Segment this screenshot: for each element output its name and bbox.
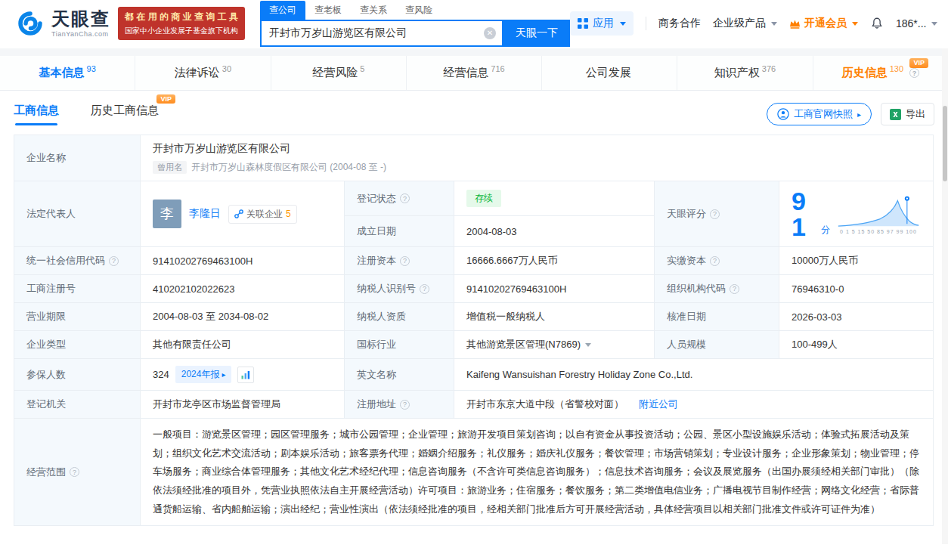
legal-rep-avatar[interactable]: 李 — [153, 200, 181, 228]
snapshot-label: 工商官网快照 — [794, 107, 853, 121]
logo[interactable]: 天眼查 TianYanCha.com — [15, 8, 110, 39]
score-distribution-chart: 0 1 5 15 50 85 97 99 100 — [836, 193, 921, 234]
tab-count: 130 — [890, 64, 903, 73]
table-row: 营业期限 2004-08-03 至 2034-08-02 纳税人资质 增值税一般… — [14, 303, 934, 331]
help-icon[interactable]: ? — [70, 467, 79, 477]
help-icon[interactable]: ? — [420, 284, 429, 294]
field-label: 人员规模 — [655, 331, 779, 359]
notification-bell-icon[interactable] — [870, 17, 884, 30]
field-label: 登记状态? — [345, 181, 454, 216]
tab-company-development[interactable]: 公司发展 — [542, 56, 677, 90]
taxpayer-id-cell: 91410202769463100H — [454, 275, 655, 303]
nearby-companies-link[interactable]: 附近公司 — [639, 398, 678, 411]
annual-report-badge[interactable]: 2024年报▸ — [175, 366, 232, 383]
field-label: 企业名称 — [14, 135, 141, 181]
help-icon[interactable]: ? — [710, 209, 720, 219]
tab-label: 法律诉讼 — [175, 66, 220, 80]
table-row: 经营范围? 一般项目：游览景区管理；园区管理服务；城市公园管理；企业管理；旅游开… — [14, 419, 934, 526]
nav-open-vip[interactable]: 开通会员 — [789, 17, 858, 30]
help-icon[interactable]: ? — [109, 256, 119, 266]
reg-address-cell: 开封市东京大道中段（省警校对面） 附近公司 — [454, 391, 934, 419]
crown-icon — [789, 19, 801, 29]
insured-cell: 324 2024年报▸ — [141, 359, 345, 391]
help-icon[interactable]: ? — [909, 68, 919, 78]
tab-business-info[interactable]: 经营信息716 — [407, 56, 542, 90]
subtab-row: 工商信息 VIP 历史工商信息 工商官网快照 ▸ 导出 — [0, 91, 948, 131]
tab-operation-risk[interactable]: 经营风险5 — [271, 56, 407, 90]
nav-enterprise-products[interactable]: 企业级产品 — [713, 17, 777, 30]
subtab-business-registration[interactable]: 工商信息 — [14, 104, 59, 125]
export-label: 导出 — [906, 107, 925, 121]
related-count: 5 — [286, 209, 291, 219]
scrollbar-thumb[interactable] — [943, 106, 947, 181]
business-scope-cell: 一般项目：游览景区管理；园区管理服务；城市公园管理；企业管理；旅游开发项目策划咨… — [141, 419, 934, 526]
field-label: 国标行业 — [345, 331, 454, 359]
search-tab-company[interactable]: 查公司 — [260, 1, 305, 20]
former-name-badge: 曾用名 — [153, 161, 187, 174]
credit-code-cell: 91410202769463100H — [141, 247, 345, 275]
field-label: 纳税人资质 — [345, 303, 454, 331]
tab-legal-proceedings[interactable]: 法律诉讼30 — [135, 56, 271, 90]
clear-icon[interactable]: ✕ — [484, 27, 496, 39]
company-type-cell: 其他有限责任公司 — [141, 331, 345, 359]
reg-status-cell: 存续 — [454, 181, 655, 216]
company-name-cell: 开封市万岁山游览区有限公司 曾用名 开封市万岁山森林度假区有限公司 (2004-… — [141, 135, 934, 181]
nav-enterprise-label: 企业级产品 — [713, 17, 766, 30]
help-icon[interactable]: ? — [710, 256, 720, 266]
tab-label: 历史信息 — [842, 66, 888, 80]
field-label: 核准日期 — [655, 303, 779, 331]
business-info-table: 企业名称 开封市万岁山游览区有限公司 曾用名 开封市万岁山森林度假区有限公司 (… — [14, 135, 934, 526]
search-input[interactable] — [262, 27, 484, 39]
trend-icon — [241, 370, 250, 379]
tab-history-info[interactable]: VIP 历史信息130 ? — [813, 56, 948, 90]
header-nav: 应用 商务合作 企业级产品 开通会员 186*... — [570, 11, 937, 36]
field-label: 经营范围? — [14, 419, 141, 526]
establish-date-cell: 2004-08-03 — [454, 216, 655, 247]
table-row: 法定代表人 李 李隆日 关联企业 5 登记状态? — [14, 181, 934, 216]
help-icon[interactable]: ? — [400, 193, 410, 203]
score-unit: 分 — [821, 224, 830, 237]
legal-rep-link[interactable]: 李隆日 — [189, 207, 221, 221]
tab-label: 经营信息 — [443, 66, 488, 80]
approval-date-cell: 2026-03-03 — [779, 303, 934, 331]
tab-label: 基本信息 — [39, 66, 85, 80]
tab-intellectual-property[interactable]: 知识产权376 — [677, 56, 813, 90]
field-label: 英文名称 — [345, 359, 454, 391]
reg-authority-cell: 开封市龙亭区市场监督管理局 — [141, 391, 345, 419]
taxpayer-quality-cell: 增值税一般纳税人 — [454, 303, 655, 331]
tab-label: 公司发展 — [586, 66, 631, 80]
chevron-down-icon — [620, 22, 626, 26]
official-snapshot-button[interactable]: 工商官网快照 ▸ — [767, 103, 872, 125]
help-icon[interactable]: ? — [400, 256, 410, 266]
field-label: 法定代表人 — [14, 181, 141, 247]
search-button[interactable]: 天眼一下 — [503, 20, 570, 47]
main-tabbar: 基本信息93 法律诉讼30 经营风险5 经营信息716 公司发展 知识产权376… — [0, 56, 948, 91]
user-account[interactable]: 186*... — [896, 17, 937, 29]
nav-vip-label: 开通会员 — [804, 17, 847, 30]
score-cell: 91 分 0 1 5 15 50 85 97 99 100 — [779, 181, 934, 247]
field-label: 天眼评分? — [655, 181, 779, 247]
export-button[interactable]: 导出 — [881, 103, 934, 125]
search-tabs: 查公司 查老板 查关系 查风险 — [260, 1, 570, 20]
search-tab-relation[interactable]: 查关系 — [351, 1, 396, 20]
subtab-history-business-registration[interactable]: VIP 历史工商信息 — [91, 104, 159, 125]
related-label: 关联企业 — [246, 208, 283, 221]
help-icon[interactable]: ? — [400, 400, 410, 410]
related-companies-badge[interactable]: 关联企业 5 — [228, 205, 297, 224]
vip-badge: VIP — [156, 94, 175, 104]
search-tab-risk[interactable]: 查风险 — [396, 1, 441, 20]
legal-rep-cell: 李 李隆日 关联企业 5 — [141, 181, 345, 247]
apps-label: 应用 — [593, 17, 614, 30]
help-icon[interactable]: ? — [730, 284, 739, 294]
trend-chart-button[interactable] — [237, 367, 254, 383]
tab-basic-info[interactable]: 基本信息93 — [0, 56, 135, 90]
apps-menu[interactable]: 应用 — [570, 11, 634, 36]
search-tab-boss[interactable]: 查老板 — [305, 1, 351, 20]
scrollbar-track[interactable] — [942, 48, 948, 544]
chevron-down-icon[interactable] — [585, 343, 591, 347]
nav-business-cooperation[interactable]: 商务合作 — [658, 17, 701, 30]
reg-capital-cell: 16666.6667万人民币 — [454, 247, 655, 275]
divider — [646, 17, 646, 30]
logo-title: 天眼查 — [51, 10, 110, 28]
nav-business-label: 商务合作 — [658, 17, 701, 30]
